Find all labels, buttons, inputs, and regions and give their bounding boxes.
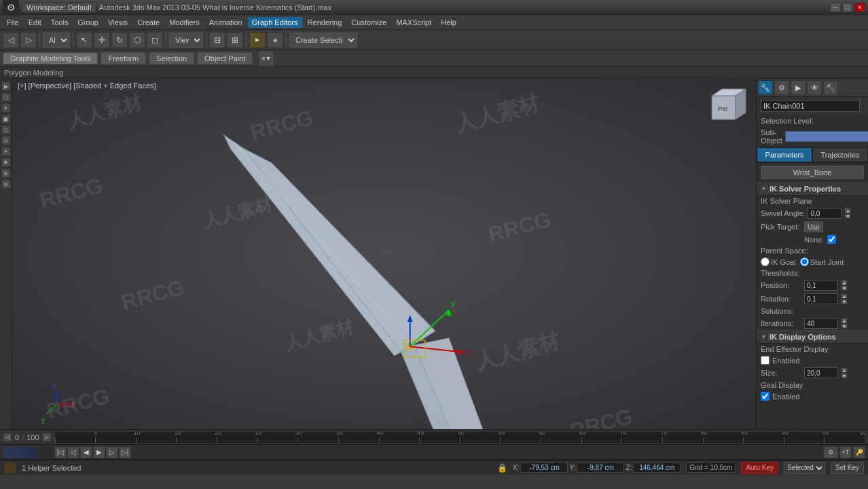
- panel-icon-motion[interactable]: ▶: [791, 80, 806, 95]
- menu-help[interactable]: Help: [437, 17, 460, 28]
- left-tb-play[interactable]: ▶: [1, 82, 11, 91]
- named-selection-dropdown[interactable]: Create Selection S...: [289, 33, 357, 48]
- left-tb-light[interactable]: ☀: [1, 147, 11, 156]
- mini-track: [38, 446, 53, 458]
- material-editor-button[interactable]: ◈: [267, 32, 283, 48]
- object-name-input[interactable]: IK Chain001: [761, 100, 860, 112]
- nav-cube[interactable]: Per: [708, 86, 749, 126]
- tab-trajectories[interactable]: Trajectories: [812, 147, 868, 162]
- workspace-dropdown[interactable]: Workspace: Default: [22, 2, 96, 13]
- view-dropdown[interactable]: View: [169, 33, 203, 48]
- object-color-swatch[interactable]: [863, 101, 864, 111]
- rotation-input[interactable]: [804, 293, 838, 304]
- next-frame-button[interactable]: ▷: [106, 446, 118, 458]
- menu-customize[interactable]: Customize: [347, 17, 391, 28]
- pick-target-use-button[interactable]: Use: [804, 221, 823, 232]
- go-end-button[interactable]: ▷|: [119, 446, 131, 458]
- size-down[interactable]: ▼: [841, 373, 848, 378]
- left-tb-helper[interactable]: ✚: [1, 158, 11, 167]
- move-button[interactable]: ✛: [94, 32, 110, 48]
- left-tb-camera[interactable]: ⊙: [1, 136, 11, 145]
- menu-rendering[interactable]: Rendering: [304, 17, 346, 28]
- rotate-button[interactable]: ↻: [111, 32, 128, 48]
- swivel-angle-down[interactable]: ▼: [844, 213, 851, 219]
- menu-edit[interactable]: Edit: [24, 17, 46, 28]
- radio-start-joint-input[interactable]: [800, 257, 809, 266]
- iterations-input[interactable]: [804, 318, 838, 329]
- size-up[interactable]: ▲: [841, 367, 848, 373]
- swivel-angle-up[interactable]: ▲: [844, 208, 851, 213]
- scale-button[interactable]: ⬡: [129, 32, 145, 48]
- key-mode-toggle[interactable]: 🔑: [853, 446, 865, 458]
- end-effector-size-input[interactable]: [804, 367, 838, 378]
- menu-modifiers[interactable]: Modifiers: [165, 17, 204, 28]
- subtool-tab-freeform[interactable]: Freeform: [101, 52, 146, 65]
- ik-display-options-header[interactable]: ▼ IK Display Options: [757, 330, 868, 344]
- close-button[interactable]: ✕: [854, 3, 865, 12]
- subtool-tab-graphite[interactable]: Graphite Modeling Tools: [3, 52, 98, 64]
- select-button[interactable]: ↖: [76, 32, 92, 48]
- ik-solver-properties-header[interactable]: ▼ IK Solver Properties: [757, 182, 868, 196]
- minimize-button[interactable]: ─: [830, 3, 841, 12]
- menu-views[interactable]: Views: [104, 17, 132, 28]
- swivel-angle-input[interactable]: [808, 208, 842, 219]
- iterations-up[interactable]: ▲: [841, 318, 848, 323]
- subtool-tab-objectpaint[interactable]: Object Paint: [197, 52, 253, 65]
- left-tb-geom[interactable]: ◻: [1, 125, 11, 134]
- timeline-prev-button[interactable]: ◁: [3, 433, 12, 442]
- left-tb-pin[interactable]: ◼: [1, 114, 11, 124]
- play-back-button[interactable]: ◀: [80, 446, 92, 458]
- wrist-bone-button[interactable]: Wrist_Bone: [761, 166, 864, 179]
- selection-filter-dropdown[interactable]: All: [43, 33, 70, 48]
- menu-tools[interactable]: Tools: [47, 17, 73, 28]
- subtool-options-button[interactable]: ≡▼: [258, 50, 274, 67]
- maximize-button[interactable]: □: [842, 3, 853, 12]
- left-tb-space[interactable]: ⊕: [1, 168, 11, 178]
- position-input[interactable]: [804, 280, 838, 291]
- menu-graph-editors[interactable]: Graph Editors: [248, 17, 302, 28]
- tab-parameters[interactable]: Parameters: [757, 147, 812, 162]
- add-time-tag-button[interactable]: +T: [839, 446, 852, 458]
- radio-ik-goal[interactable]: IK Goal: [761, 257, 796, 266]
- select-region-button[interactable]: ◻: [147, 32, 163, 48]
- menu-animation[interactable]: Animation: [205, 17, 247, 28]
- pick-target-checkbox[interactable]: [827, 235, 836, 244]
- set-key-button[interactable]: Set Key: [831, 462, 864, 474]
- render-button[interactable]: ▶: [249, 32, 266, 48]
- auto-key-button[interactable]: Auto Key: [741, 462, 778, 474]
- undo-button[interactable]: ◁: [3, 32, 19, 48]
- go-start-button[interactable]: |◁: [54, 446, 67, 458]
- left-tb-system[interactable]: ⊗: [1, 179, 11, 189]
- end-effector-enabled-checkbox[interactable]: [761, 356, 770, 365]
- panel-icon-modify[interactable]: 🔧: [758, 80, 773, 95]
- redo-button[interactable]: ▷: [20, 32, 37, 48]
- sub-object-input[interactable]: [785, 131, 868, 142]
- panel-icon-utilities[interactable]: 🔨: [823, 80, 838, 95]
- viewport[interactable]: [+] [Perspective] [Shaded + Edged Faces]…: [12, 79, 756, 429]
- set-key-filters-button[interactable]: ⚙: [823, 446, 838, 458]
- play-button[interactable]: ▶: [93, 446, 105, 458]
- menu-file[interactable]: File: [3, 17, 23, 28]
- rotation-down[interactable]: ▼: [841, 299, 848, 304]
- menu-maxscript[interactable]: MAXScript: [392, 17, 435, 28]
- panel-icon-hierarchy[interactable]: ⚙: [774, 80, 789, 95]
- rotation-up[interactable]: ▲: [841, 293, 848, 299]
- position-up[interactable]: ▲: [841, 280, 848, 285]
- animation-mode-dropdown[interactable]: Selected: [784, 462, 825, 474]
- menu-group[interactable]: Group: [73, 17, 103, 28]
- left-tb-bone[interactable]: ✦: [1, 103, 11, 113]
- subtool-tab-selection[interactable]: Selection: [149, 52, 194, 65]
- timeline-track[interactable]: 5 10 15 20 25 30 35 40 45 50 55 60 65 70…: [54, 431, 865, 443]
- mirror-button[interactable]: ⊟: [209, 32, 225, 48]
- radio-ik-goal-input[interactable]: [761, 257, 770, 266]
- panel-icon-display[interactable]: 👁: [807, 80, 822, 95]
- prev-frame-button[interactable]: ◁: [67, 446, 79, 458]
- align-button[interactable]: ⊞: [227, 32, 243, 48]
- radio-start-joint[interactable]: Start Joint: [800, 257, 844, 266]
- left-tb-link[interactable]: ⬡: [1, 92, 11, 102]
- position-down[interactable]: ▼: [841, 285, 848, 291]
- timeline-next-button[interactable]: ▷: [42, 433, 52, 442]
- iterations-down[interactable]: ▼: [841, 323, 848, 329]
- goal-enabled-checkbox[interactable]: [761, 392, 770, 401]
- menu-create[interactable]: Create: [133, 17, 164, 28]
